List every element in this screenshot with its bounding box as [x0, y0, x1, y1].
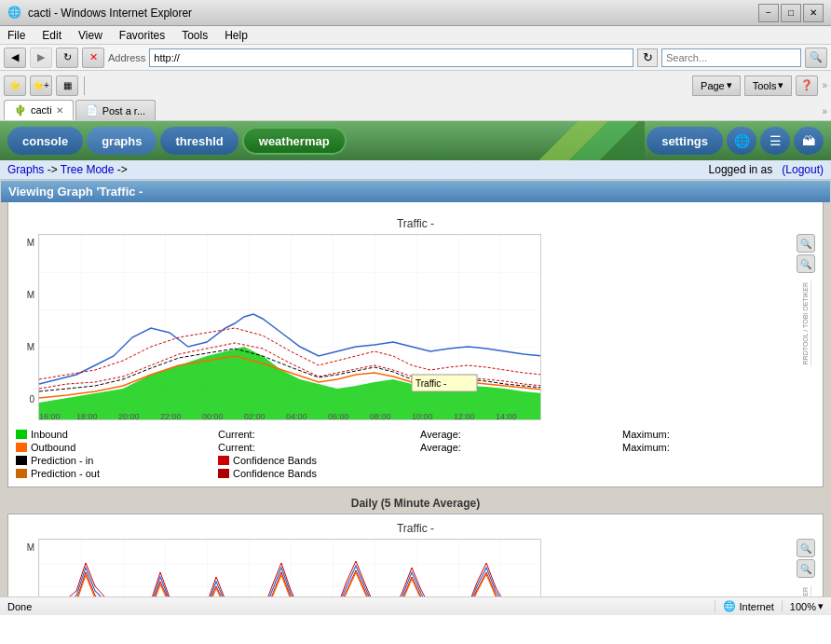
legend-max-out-label: Maximum:: [622, 442, 670, 453]
menu-tools[interactable]: Tools: [178, 27, 211, 44]
graph-svg-2: [38, 539, 541, 596]
logout-link[interactable]: (Logout): [782, 163, 824, 176]
legend-current-out: Current:: [218, 442, 411, 453]
nav-threshld[interactable]: threshld: [160, 127, 238, 155]
graph-section-header: Viewing Graph 'Traffic -: [1, 181, 830, 202]
menu-help[interactable]: Help: [221, 27, 252, 44]
svg-text:22:00: 22:00: [160, 412, 182, 420]
graph-section-title: Viewing Graph 'Traffic -: [8, 185, 143, 199]
nav-icon-3[interactable]: 🏔: [794, 127, 824, 155]
legend-pred-out: Prediction - out: [16, 468, 209, 479]
graph-container-1: Traffic - M M M 0: [16, 217, 815, 479]
svg-text:08:00: 08:00: [370, 412, 391, 420]
legend-max-in: Maximum:: [622, 429, 815, 440]
svg-text:12:00: 12:00: [454, 412, 475, 420]
svg-text:10:00: 10:00: [412, 412, 433, 420]
menu-edit[interactable]: Edit: [38, 27, 65, 44]
favorites-button[interactable]: ⭐: [4, 75, 26, 96]
stop-button[interactable]: ✕: [82, 48, 104, 68]
breadcrumb-sep2: ->: [117, 163, 128, 176]
nav-weathermap[interactable]: weathermap: [242, 127, 347, 155]
legend-avg-in: Average:: [420, 429, 613, 440]
svg-text:00:00: 00:00: [202, 412, 224, 420]
graph-svg-1: Traffic - 16:00 18:00 20:00 22:00 00:00 …: [38, 234, 541, 420]
y-axis-2: M M: [16, 539, 34, 596]
breadcrumb-graphs[interactable]: Graphs: [7, 163, 44, 176]
zoom-chevron: ▾: [818, 600, 824, 612]
nav-icon-1[interactable]: 🌐: [727, 127, 756, 155]
svg-text:20:00: 20:00: [118, 412, 140, 420]
status-text: Done: [7, 601, 707, 612]
add-favorites-button[interactable]: ⭐+: [30, 75, 52, 96]
address-bar: ◀ ▶ ↻ ✕ Address ↻ 🔍: [0, 45, 831, 71]
status-bar: Done 🌐 Internet 100% ▾: [0, 596, 831, 615]
nav-console[interactable]: console: [7, 127, 83, 155]
search-input[interactable]: [661, 48, 801, 67]
zoom-out-icon-2[interactable]: 🔍: [797, 559, 815, 578]
tab-cacti-close[interactable]: ✕: [56, 105, 63, 116]
minimize-button[interactable]: −: [758, 4, 779, 22]
svg-text:06:00: 06:00: [328, 412, 349, 420]
expand-icon: »: [822, 80, 827, 90]
graph-sidebar-1: 🔍 🔍 RRDTOOL / TOBI OETIKER: [797, 234, 815, 423]
browser-icon: 🌐: [7, 6, 22, 21]
menu-favorites[interactable]: Favorites: [116, 27, 169, 44]
legend-pred-out-label: Prediction - out: [31, 468, 100, 479]
tab-post[interactable]: 📄 Post a r...: [75, 100, 156, 120]
y-label-top: M: [16, 238, 34, 248]
graph-title-1: Traffic -: [16, 217, 815, 230]
legend-outbound-label: Outbound: [31, 442, 75, 453]
legend-current-out-label: Current:: [218, 442, 255, 453]
close-button[interactable]: ✕: [803, 4, 824, 22]
window-title: cacti - Windows Internet Explorer: [28, 7, 758, 20]
legend-inbound: Inbound: [16, 429, 209, 440]
legend-conf-in-color: [218, 456, 229, 465]
legend-max-out: Maximum:: [622, 442, 815, 453]
go-button[interactable]: ↻: [637, 48, 658, 67]
legend-outbound-color: [16, 443, 27, 452]
zoom-in-icon[interactable]: 🔍: [797, 234, 815, 253]
breadcrumb-sep1: ->: [48, 163, 58, 176]
zoom-out-icon[interactable]: 🔍: [797, 254, 815, 273]
menu-bar: File Edit View Favorites Tools Help: [0, 26, 831, 45]
menu-file[interactable]: File: [4, 27, 29, 44]
legend-current-in-label: Current:: [218, 429, 255, 440]
zoom-in-icon-2[interactable]: 🔍: [797, 539, 815, 557]
y-label-bottom: 0: [16, 394, 34, 404]
tab-post-icon: 📄: [86, 104, 99, 116]
nav-icon-2[interactable]: ☰: [760, 127, 790, 155]
zone-label: Internet: [740, 601, 774, 612]
y-axis: M M M 0: [16, 234, 34, 423]
legend-avg-in-label: Average:: [420, 429, 461, 440]
main-content: Viewing Graph 'Traffic - Traffic - M M M…: [0, 180, 831, 596]
forward-button[interactable]: ▶: [30, 48, 52, 68]
rrdtool-label-1: RRDTOOL / TOBI OETIKER: [800, 281, 811, 366]
tab-cacti[interactable]: 🌵 cacti ✕: [4, 100, 74, 120]
zone-icon: 🌐: [723, 600, 736, 612]
legend-conf-in: Confidence Bands: [218, 455, 411, 466]
back-button[interactable]: ◀: [4, 48, 26, 68]
maximize-button[interactable]: □: [781, 4, 801, 22]
status-zone: 🌐 Internet: [715, 600, 774, 612]
breadcrumb-tree-mode[interactable]: Tree Mode: [61, 163, 115, 176]
title-bar: 🌐 cacti - Windows Internet Explorer − □ …: [0, 0, 831, 26]
legend-conf-out-label: Confidence Bands: [233, 468, 317, 479]
search-button[interactable]: 🔍: [805, 48, 827, 68]
graph-area-2: Traffic - M M: [16, 522, 815, 596]
address-input[interactable]: [149, 48, 633, 67]
svg-text:02:00: 02:00: [244, 412, 266, 420]
graph-area-1: Traffic - M M M 0: [16, 217, 815, 479]
window-controls[interactable]: − □ ✕: [758, 4, 824, 22]
tools-button[interactable]: Tools ▾: [744, 75, 793, 96]
page-button[interactable]: Page ▾: [692, 75, 741, 96]
graph-title-2: Traffic -: [16, 522, 815, 535]
legend-current-in: Current:: [218, 429, 411, 440]
view-button[interactable]: ▦: [56, 75, 78, 96]
nav-settings[interactable]: settings: [647, 127, 723, 155]
legend-max-in-label: Maximum:: [622, 429, 670, 440]
address-label: Address: [108, 52, 145, 63]
help-icon-button[interactable]: ❓: [796, 75, 818, 96]
nav-graphs[interactable]: graphs: [87, 127, 157, 155]
menu-view[interactable]: View: [75, 27, 106, 44]
refresh-button[interactable]: ↻: [56, 48, 78, 68]
